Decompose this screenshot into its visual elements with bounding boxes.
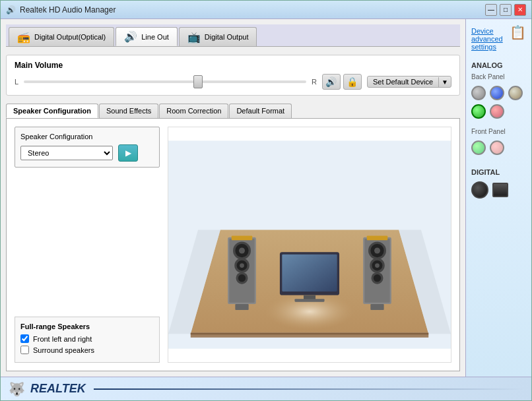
- main-window: 🔊 Realtek HD Audio Manager — □ ✕ 📻 Digit…: [0, 0, 532, 401]
- jack-beige[interactable]: [508, 86, 523, 100]
- jack-front-green[interactable]: [471, 140, 486, 155]
- digital-output-icon: 📺: [187, 31, 201, 44]
- realtek-wolf-icon: 🐺: [9, 381, 25, 397]
- tabs-area: Speaker Configuration Sound Effects Room…: [6, 104, 460, 371]
- title-bar-left: 🔊 Realtek HD Audio Manager: [6, 5, 116, 15]
- jack-green-active[interactable]: [471, 104, 486, 119]
- speaker-config-tab-label: Speaker Configuration: [13, 107, 91, 115]
- svg-point-22: [374, 248, 380, 254]
- set-default-arrow[interactable]: ▼: [438, 77, 451, 87]
- speaker-left-panel: Speaker Configuration Stereo Quadraphoni…: [15, 127, 160, 363]
- svg-rect-17: [235, 304, 248, 310]
- window-title: Realtek HD Audio Manager: [20, 5, 116, 15]
- app-icon: 🔊: [6, 5, 16, 15]
- tab-speaker-config[interactable]: Speaker Configuration: [6, 104, 98, 118]
- right-label: R: [312, 78, 317, 86]
- tab-digital-output-label: Digital Output: [205, 33, 249, 41]
- line-out-icon: 🔊: [124, 30, 137, 43]
- back-panel-label: Back Panel: [471, 73, 526, 80]
- svg-point-25: [375, 263, 380, 268]
- svg-point-13: [240, 263, 244, 268]
- config-group-title: Speaker Configuration: [20, 133, 154, 140]
- right-panel: 📋 Device advanced settings ANALOG Back P…: [465, 19, 531, 377]
- svg-point-27: [374, 274, 381, 282]
- svg-rect-31: [282, 255, 337, 292]
- device-tabs: 📻 Digital Output(Optical) 🔊 Line Out 📺 D…: [6, 24, 460, 47]
- tab-digital-output[interactable]: 📺 Digital Output: [179, 27, 257, 46]
- digital-optical-icon: 📻: [17, 31, 30, 44]
- checkbox-surround: Surround speakers: [20, 346, 154, 354]
- lock-button[interactable]: 🔒: [343, 74, 362, 90]
- set-default-button[interactable]: Set Default Device ▼: [367, 76, 451, 88]
- volume-label: Main Volume: [15, 61, 451, 70]
- tab-line-out[interactable]: 🔊 Line Out: [116, 27, 178, 46]
- footer: 🐺 REALTEK: [1, 377, 531, 400]
- analog-label: ANALOG: [471, 61, 526, 69]
- back-panel-jacks: [471, 86, 526, 119]
- volume-section: Main Volume L R 🔊 🔒 Set Default Device ▼: [6, 55, 460, 96]
- tab-default-format[interactable]: Default Format: [229, 104, 292, 118]
- front-panel-jacks: [471, 140, 526, 155]
- volume-slider[interactable]: [24, 80, 306, 83]
- speaker-select[interactable]: Stereo Quadraphonic 5.1 Speaker 7.1 Spea…: [20, 146, 113, 160]
- volume-row: L R 🔊 🔒 Set Default Device ▼: [15, 74, 451, 90]
- tab-room-correction[interactable]: Room Correction: [159, 104, 228, 118]
- tab-digital-optical[interactable]: 📻 Digital Output(Optical): [9, 27, 114, 46]
- volume-controls: 🔊 🔒: [322, 74, 362, 90]
- jack-blue[interactable]: [490, 86, 504, 100]
- fullrange-group: Full-range Speakers Front left and right…: [15, 317, 160, 363]
- digital-label: DIGITAL: [471, 168, 526, 176]
- config-group: Speaker Configuration Stereo Quadraphoni…: [15, 127, 160, 168]
- svg-rect-33: [294, 299, 324, 302]
- jack-pink[interactable]: [490, 104, 504, 119]
- svg-point-15: [238, 274, 246, 282]
- minimize-button[interactable]: —: [485, 4, 497, 16]
- speaker-content: Speaker Configuration Stereo Quadraphoni…: [6, 118, 460, 371]
- svg-point-10: [239, 248, 245, 254]
- sound-effects-tab-label: Sound Effects: [106, 107, 151, 115]
- left-panel: 📻 Digital Output(Optical) 🔊 Line Out 📺 D…: [1, 19, 465, 377]
- maximize-button[interactable]: □: [500, 4, 512, 16]
- slider-thumb[interactable]: [193, 75, 203, 88]
- checkbox-front-lr: Front left and right: [20, 334, 154, 343]
- tab-line-out-label: Line Out: [141, 33, 169, 41]
- tab-sound-effects[interactable]: Sound Effects: [99, 104, 158, 118]
- checkbox-front-lr-label: Front left and right: [33, 335, 92, 343]
- realtek-logo: REALTEK: [30, 382, 86, 396]
- close-button[interactable]: ✕: [514, 4, 526, 16]
- digital-optical-jack[interactable]: [471, 181, 488, 199]
- main-content: 📻 Digital Output(Optical) 🔊 Line Out 📺 D…: [1, 19, 531, 377]
- svg-rect-29: [370, 304, 383, 310]
- jack-front-pink[interactable]: [490, 140, 504, 155]
- left-label: L: [15, 78, 18, 86]
- footer-line: [94, 388, 523, 390]
- play-icon: ▶: [125, 148, 131, 158]
- room-correction-tab-label: Room Correction: [166, 107, 221, 115]
- digital-square-jack[interactable]: [492, 183, 508, 197]
- jack-gray-1[interactable]: [471, 86, 486, 100]
- set-default-label: Set Default Device: [368, 77, 438, 87]
- svg-rect-16: [232, 235, 253, 240]
- speaker-scene: [168, 127, 451, 363]
- default-format-tab-label: Default Format: [236, 107, 284, 115]
- tab-digital-optical-label: Digital Output(Optical): [34, 33, 106, 41]
- svg-rect-28: [367, 235, 388, 240]
- digital-jacks: [471, 181, 526, 199]
- title-bar: 🔊 Realtek HD Audio Manager — □ ✕: [1, 1, 531, 19]
- title-bar-controls: — □ ✕: [485, 4, 526, 16]
- front-panel-label: Front Panel: [471, 128, 526, 135]
- fullrange-title: Full-range Speakers: [20, 323, 154, 330]
- mute-button[interactable]: 🔊: [322, 74, 341, 90]
- play-button[interactable]: ▶: [118, 144, 138, 162]
- checkbox-surround-input[interactable]: [20, 346, 29, 354]
- speaker-svg: [168, 127, 451, 362]
- select-row: Stereo Quadraphonic 5.1 Speaker 7.1 Spea…: [20, 144, 154, 162]
- checkbox-surround-label: Surround speakers: [33, 346, 94, 354]
- checkbox-front-lr-input[interactable]: [20, 334, 29, 343]
- speaker-tabs: Speaker Configuration Sound Effects Room…: [6, 104, 460, 118]
